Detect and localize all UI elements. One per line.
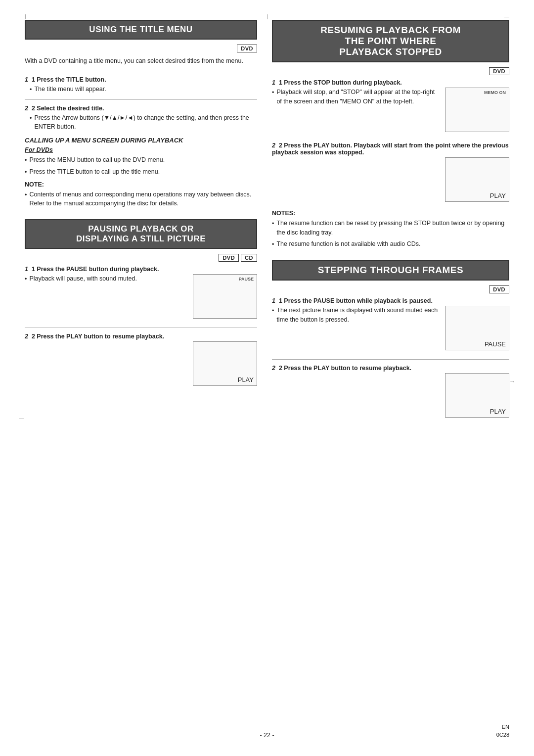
- stepping-step2-num: 2: [272, 365, 275, 372]
- resume-step2-label: 2 2 Press the PLAY button. Playback will…: [272, 142, 509, 156]
- stepping-step2-content: PLAY: [272, 373, 509, 422]
- notes-bullet1: • The resume function can be reset by pr…: [272, 219, 509, 237]
- margin-mark-left-mid: —: [19, 416, 24, 421]
- stepping-step1-bullet-text: The next picture frame is displayed with…: [276, 306, 440, 325]
- pausing-title-line2: DISPLAYING A STILL PICTURE: [76, 234, 206, 243]
- pause-step1-bullet: • Playback will pause, with sound muted.: [25, 274, 188, 284]
- step1-title-bullet-text: The title menu will appear.: [34, 85, 106, 94]
- page-number: - 22 -: [25, 732, 509, 739]
- pause-screen2-label: PLAY: [238, 376, 254, 383]
- stepping-step1-text: 1 Press the PAUSE button while playback …: [279, 297, 433, 304]
- stepping-screen2-label: PLAY: [490, 408, 506, 415]
- step2-title-label: 2 2 Select the desired title.: [25, 105, 257, 112]
- bullet-dot-8: •: [272, 219, 274, 237]
- resume-step1-text: 1 Press the STOP button during playback.: [279, 79, 402, 86]
- bullet-dot-9: •: [272, 240, 274, 249]
- bullet-dot-4: •: [25, 168, 27, 177]
- resume-step2-text: 2 Press the PLAY button. Playback will s…: [272, 142, 509, 156]
- resume-step1-content: MEMO ON • Playback will stop, and "STOP"…: [272, 88, 509, 136]
- bullet-dot-2: •: [30, 114, 32, 132]
- title-menu-section: USING THE TITLE MENU DVD With a DVD cont…: [25, 20, 257, 208]
- stepping-step2-text: 2 Press the PLAY button to resume playba…: [279, 365, 411, 372]
- for-dvds-header: For DVDs: [25, 146, 257, 153]
- resume-step1-num: 1: [272, 79, 275, 86]
- pausing-header: PAUSING PLAYBACK OR DISPLAYING A STILL P…: [25, 219, 257, 249]
- step1-title-text: 1 Press the TITLE button.: [32, 76, 106, 83]
- stepping-step2-label: 2 2 Press the PLAY button to resume play…: [272, 365, 509, 372]
- resume-step1-bullet-text: Playback will stop, and "STOP" will appe…: [276, 88, 440, 106]
- notes-bullet2-text: The resume function is not available wit…: [276, 239, 420, 249]
- resuming-title-line1: RESUMING PLAYBACK FROM: [320, 25, 461, 35]
- resume-screen1: MEMO ON: [445, 88, 509, 132]
- stepping-header: STEPPING THROUGH FRAMES: [272, 260, 509, 281]
- calling-up-menu-header: CALLING UP A MENU SCREEN DURING PLAYBACK: [25, 137, 257, 144]
- for-dvds-bullet1: • Press the MENU button to call up the D…: [25, 155, 257, 165]
- pause-step1-text: 1 Press the PAUSE button during playback…: [32, 266, 159, 273]
- bullet-dot-10: •: [272, 306, 274, 325]
- note-bullet: • Contents of menus and corresponding me…: [25, 190, 257, 209]
- stepping-step1-bullet: • The next picture frame is displayed wi…: [272, 306, 440, 325]
- pause-step2-content: PLAY: [25, 341, 257, 390]
- stepping-step1-num: 1: [272, 297, 275, 304]
- dvd-badge-4: DVD: [489, 285, 509, 293]
- stepping-screen2: PLAY: [445, 373, 509, 418]
- stepping-step1-content: PAUSE • The next picture frame is displa…: [272, 306, 509, 354]
- step1-title-bullet: • The title menu will appear.: [30, 85, 257, 94]
- pause-step1-bullet-text: Playback will pause, with sound muted.: [29, 274, 136, 284]
- bullet-dot-7: •: [272, 88, 274, 106]
- pause-screen1-label: PAUSE: [239, 277, 254, 282]
- for-dvds-bullet2-text: Press the TITLE button to call up the ti…: [29, 167, 160, 177]
- stepping-frames-section: STEPPING THROUGH FRAMES DVD 1 1 Press th…: [272, 260, 509, 422]
- pause-screen2: PLAY: [193, 341, 257, 386]
- resuming-title-line2: THE POINT WHERE: [345, 36, 437, 46]
- dvd-badge-3: DVD: [489, 67, 509, 75]
- note-bullet-text: Contents of menus and corresponding menu…: [29, 190, 257, 209]
- resuming-section: RESUMING PLAYBACK FROM THE POINT WHERE P…: [272, 20, 509, 249]
- title-menu-intro: With a DVD containing a title menu, you …: [25, 56, 257, 66]
- bullet-dot-6: •: [25, 275, 27, 284]
- for-dvds-bullet2: • Press the TITLE button to call up the …: [25, 167, 257, 177]
- resume-step1-label: 1 1 Press the STOP button during playbac…: [272, 79, 509, 86]
- for-dvds-bullet1-text: Press the MENU button to call up the DVD…: [29, 155, 165, 165]
- pause-step1-num: 1: [25, 266, 28, 273]
- bullet-dot: •: [30, 85, 32, 94]
- bullet-dot-5: •: [25, 190, 27, 209]
- notes-label: NOTES:: [272, 210, 509, 217]
- step2-title-text: 2 Select the desired title.: [32, 105, 104, 112]
- note-label: NOTE:: [25, 181, 257, 188]
- cd-badge-1: CD: [241, 254, 257, 262]
- stepping-screen1: PAUSE: [445, 306, 509, 350]
- resume-screen1-label: MEMO ON: [484, 90, 506, 95]
- notes-bullet2: • The resume function is not available w…: [272, 239, 509, 249]
- pausing-title-line1: PAUSING PLAYBACK OR: [88, 224, 194, 234]
- resuming-title-line3: PLAYBACK STOPPED: [339, 47, 442, 57]
- pause-step2-label: 2 2 Press the PLAY button to resume play…: [25, 333, 257, 340]
- dvd-badge-2: DVD: [219, 254, 239, 262]
- page-code: EN 0C28: [496, 723, 509, 739]
- step2-title-bullet: • Press the Arrow buttons (▼/▲/►/◄) to c…: [30, 113, 257, 132]
- dvd-badge-1: DVD: [237, 45, 257, 52]
- step2-num: 2: [25, 105, 28, 112]
- resuming-header: RESUMING PLAYBACK FROM THE POINT WHERE P…: [272, 20, 509, 62]
- step1-title-label: 1 1 Press the TITLE button.: [25, 76, 257, 83]
- pausing-playback-section: PAUSING PLAYBACK OR DISPLAYING A STILL P…: [25, 219, 257, 390]
- margin-mark-center: |: [267, 14, 268, 19]
- right-column: RESUMING PLAYBACK FROM THE POINT WHERE P…: [272, 20, 509, 422]
- pause-step1-label: 1 1 Press the PAUSE button during playba…: [25, 266, 257, 273]
- pause-step2-text: 2 Press the PLAY button to resume playba…: [32, 333, 164, 340]
- page-code-en: EN: [496, 723, 509, 731]
- margin-mark-left: |: [25, 14, 26, 19]
- bullet-dot-3: •: [25, 156, 27, 165]
- resume-step2-num: 2: [272, 142, 275, 149]
- margin-mark-side: →: [509, 378, 515, 385]
- resume-step2-content: PLAY: [272, 157, 509, 206]
- pause-screen1: PAUSE: [193, 274, 257, 319]
- stepping-screen1-label: PAUSE: [485, 340, 506, 348]
- title-menu-header: USING THE TITLE MENU: [25, 20, 257, 40]
- resume-screen2-label: PLAY: [490, 192, 506, 199]
- left-column: USING THE TITLE MENU DVD With a DVD cont…: [25, 20, 257, 422]
- step1-num: 1: [25, 76, 28, 83]
- step2-title-bullet-text: Press the Arrow buttons (▼/▲/►/◄) to cha…: [34, 113, 257, 132]
- pause-step1-content: PAUSE • Playback will pause, with sound …: [25, 274, 257, 323]
- page-footer: - 22 - EN 0C28: [0, 732, 534, 739]
